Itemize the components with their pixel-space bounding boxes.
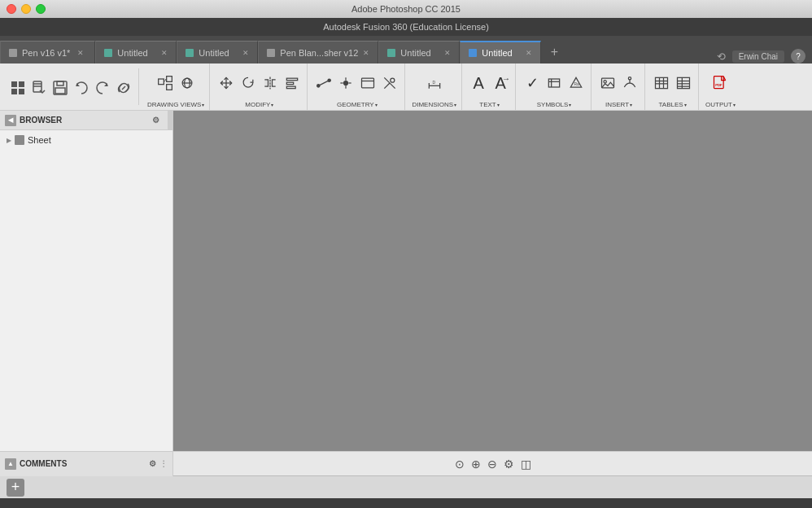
sheet-icon (15, 135, 24, 145)
add-button[interactable]: + (7, 479, 24, 497)
display-settings-icon[interactable]: ⚙ (504, 458, 514, 471)
svg-rect-11 (166, 77, 172, 82)
toolbar-text: A A → TEXT ▾ (464, 64, 516, 110)
checkmark-button[interactable]: ✓ (522, 72, 542, 94)
tab-icon (387, 49, 395, 57)
toolbar-dimensions: D DIMENSIONS ▾ (407, 64, 462, 110)
rectangle-button[interactable] (358, 72, 378, 94)
geometry-label: GEOMETRY ▾ (337, 101, 378, 108)
browser-resize-handle[interactable] (168, 111, 172, 130)
tab-pen-v16[interactable]: Pen v16 v1* ✕ (0, 41, 95, 64)
tab-close-untitled-3[interactable]: ✕ (444, 49, 451, 57)
svg-text:Ra: Ra (574, 81, 580, 86)
toolbar-geometry: GEOMETRY ▾ (309, 64, 405, 110)
link-button[interactable] (114, 77, 133, 99)
minimize-button[interactable] (21, 4, 31, 14)
redo-button[interactable] (93, 77, 112, 99)
align-button[interactable] (282, 72, 302, 94)
fit-view-icon[interactable]: ⊙ (455, 458, 465, 471)
browser-settings[interactable]: ⚙ (150, 115, 161, 126)
tab-close-untitled-2[interactable]: ✕ (242, 49, 249, 57)
drawing-view-button-2[interactable] (177, 72, 197, 94)
browser-item-sheet[interactable]: ▶ Sheet (3, 134, 169, 147)
rotate-button[interactable] (238, 72, 258, 94)
move-button[interactable] (216, 72, 236, 94)
tab-untitled-4-active[interactable]: Untitled ✕ (460, 41, 541, 64)
insert-label: INSERT ▾ (605, 101, 632, 108)
grid-view-button[interactable] (8, 77, 28, 99)
svg-text:D: D (432, 80, 435, 85)
svg-rect-49 (656, 77, 668, 88)
maximize-button[interactable] (36, 4, 46, 14)
tab-untitled-2[interactable]: Untitled ✕ (177, 41, 258, 64)
modify-label: MODIFY ▾ (245, 101, 273, 108)
image-insert-button[interactable] (598, 72, 618, 94)
toolbar: DRAWING VIEWS ▾ (0, 64, 812, 111)
dimensions-label: DIMENSIONS ▾ (412, 101, 456, 108)
save-button[interactable] (50, 77, 70, 99)
tab-pen-blan[interactable]: Pen Blan...sher v12 ✕ (258, 41, 378, 64)
view-settings-icon[interactable]: ◫ (521, 458, 531, 471)
pdf-export-button[interactable]: PDF (710, 72, 730, 94)
new-tab-button[interactable]: + (543, 41, 565, 64)
toolbar-insert: INSERT ▾ (593, 64, 645, 110)
table-button[interactable] (652, 72, 671, 94)
line-button[interactable] (314, 72, 334, 94)
title-bar: Adobe Photoshop CC 2015 (0, 0, 812, 18)
tab-close-pen-v16[interactable]: ✕ (75, 47, 86, 59)
comments-resize-vertical: ⋮ (159, 459, 168, 468)
svg-point-25 (328, 79, 330, 81)
toolbar-drawing-views: DRAWING VIEWS ▾ (142, 64, 210, 110)
svg-rect-40 (548, 79, 559, 87)
history-icon[interactable]: ⟲ (717, 50, 726, 63)
text-button[interactable]: A (469, 72, 488, 94)
zoom-out-icon[interactable]: ⊖ (487, 458, 497, 471)
bottom-bar: ▲ COMMENTS ⚙ ⋮ ⊙ ⊕ ⊖ ⚙ ◫ (0, 451, 812, 475)
undo-button[interactable] (72, 77, 91, 99)
browser-title: BROWSER (20, 116, 62, 125)
tab-close-active[interactable]: ✕ (526, 49, 532, 57)
user-badge[interactable]: Erwin Chai (732, 50, 784, 63)
svg-text:PDF: PDF (716, 83, 723, 87)
svg-rect-0 (11, 81, 17, 87)
status-bar: + (0, 475, 812, 498)
svg-point-46 (604, 81, 606, 83)
tab-close-untitled-1[interactable]: ✕ (161, 49, 168, 57)
tab-label: Untitled (117, 48, 147, 58)
zoom-in-icon[interactable]: ⊕ (471, 458, 481, 471)
svg-point-35 (391, 78, 395, 82)
bottom-controls: ⊙ ⊕ ⊖ ⚙ ◫ (173, 458, 812, 471)
svg-point-48 (628, 77, 631, 80)
tab-icon (9, 49, 17, 57)
window-controls (7, 4, 46, 14)
sketch-insert-button[interactable] (620, 72, 640, 94)
svg-rect-21 (287, 82, 294, 85)
dimension-button[interactable]: D (425, 72, 444, 94)
svg-rect-2 (11, 89, 17, 94)
help-button[interactable]: ? (791, 49, 805, 64)
drawing-views-label: DRAWING VIEWS ▾ (147, 101, 204, 108)
svg-rect-10 (158, 79, 164, 85)
point-button[interactable] (336, 72, 356, 94)
frame-button[interactable] (544, 72, 564, 94)
mirror-button[interactable] (260, 72, 280, 94)
text-leader-button[interactable]: A → (491, 72, 510, 94)
tab-untitled-1[interactable]: Untitled ✕ (95, 41, 177, 64)
drawing-view-button-1[interactable] (155, 72, 175, 94)
tab-label: Untitled (199, 48, 229, 58)
tab-label: Pen Blan...sher v12 (280, 48, 358, 58)
comments-settings[interactable]: ⚙ (149, 459, 156, 468)
comments-toggle[interactable]: ▲ (5, 458, 16, 470)
canvas-area[interactable] (173, 111, 812, 451)
tab-label-active: Untitled (482, 48, 512, 58)
trim-button[interactable] (380, 72, 399, 94)
tab-untitled-3[interactable]: Untitled ✕ (378, 41, 460, 64)
browser-panel: ◀ BROWSER ⚙ ▶ Sheet (0, 111, 173, 451)
file-menu-button[interactable] (29, 77, 49, 99)
surface-finish-button[interactable]: Ra (566, 72, 586, 94)
parts-list-button[interactable] (674, 72, 693, 94)
toolbar-modify: MODIFY ▾ (212, 64, 308, 110)
tab-close-pen-blan[interactable]: ✕ (363, 49, 369, 57)
close-button[interactable] (7, 4, 16, 14)
browser-toggle[interactable]: ◀ (5, 115, 16, 126)
